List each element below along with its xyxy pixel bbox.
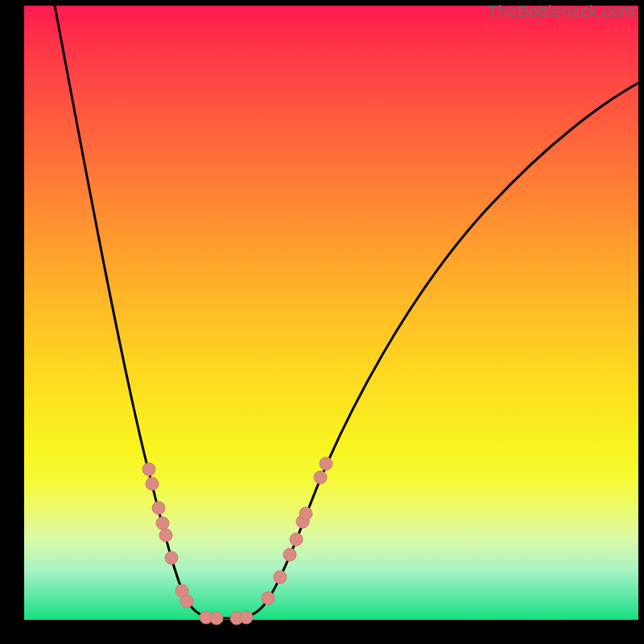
data-dot (142, 463, 155, 476)
watermark-text: TheBottleneck.com (488, 2, 635, 21)
data-dot (156, 517, 169, 530)
data-dot (152, 502, 165, 514)
data-dot (314, 471, 327, 484)
curve-left-branch (55, 6, 216, 618)
bottleneck-curve (55, 6, 638, 618)
data-dot (262, 592, 275, 605)
data-dot (283, 548, 296, 561)
data-dot (274, 571, 287, 584)
data-dot (159, 529, 172, 542)
data-dot (320, 457, 332, 470)
chart-svg (24, 6, 638, 620)
chart-frame (24, 6, 638, 620)
data-dots (142, 457, 332, 625)
data-dot (290, 533, 303, 546)
data-dot (165, 551, 178, 564)
data-dot (240, 611, 253, 624)
data-dot (146, 477, 159, 490)
data-dot (299, 507, 312, 520)
data-dot (180, 595, 193, 608)
data-dot (210, 612, 223, 625)
